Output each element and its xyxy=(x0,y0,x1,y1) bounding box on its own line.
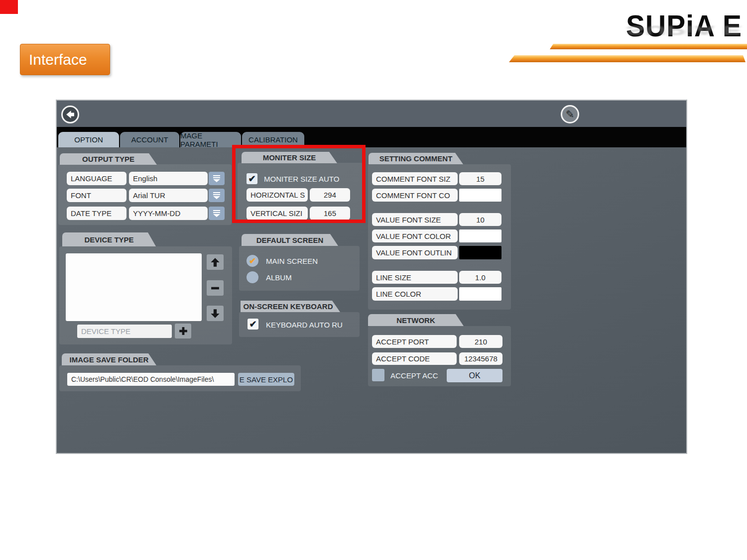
accept-acc-checkbox[interactable] xyxy=(372,369,384,381)
chevron-down-icon xyxy=(213,192,221,199)
main-screen-label: MAIN SCREEN xyxy=(266,257,351,265)
chevron-down-icon xyxy=(213,210,221,217)
add-device-button[interactable] xyxy=(175,324,191,338)
date-type-select[interactable]: YYYY-MM-DD xyxy=(129,207,208,220)
image-save-explorer-button[interactable]: E SAVE EXPLO xyxy=(238,373,294,386)
comment-font-size-value[interactable]: 15 xyxy=(459,172,501,185)
back-arrow-icon xyxy=(65,109,76,120)
tab-option[interactable]: OPTION xyxy=(58,132,119,147)
tab-label: CALIBRATION xyxy=(249,135,298,144)
language-select[interactable]: English xyxy=(129,172,208,185)
album-radio[interactable] xyxy=(247,271,258,283)
default-screen-panel xyxy=(239,246,360,291)
keyboard-auto-run-label: KEYBOARD AUTO RU xyxy=(266,321,359,329)
value-font-size-value[interactable]: 10 xyxy=(459,213,501,226)
arrow-down-icon xyxy=(210,308,221,319)
plus-icon xyxy=(178,326,189,336)
onscreen-keyboard-title: ON-SCREEN KEYBOARD xyxy=(243,302,333,311)
device-type-header: DEVICE TYPE xyxy=(62,232,156,246)
value-font-color-swatch[interactable] xyxy=(459,229,501,242)
album-label: ALBUM xyxy=(266,273,351,282)
setting-comment-header: SETTING COMMENT xyxy=(369,153,463,164)
slide-section-label: Interface xyxy=(29,51,87,68)
comment-font-color-label: COMMENT FONT CO xyxy=(372,189,458,202)
comment-font-color-swatch[interactable] xyxy=(459,189,501,202)
chevron-down-icon xyxy=(213,175,221,182)
font-label: FONT xyxy=(67,189,126,202)
arrow-up-icon xyxy=(210,257,221,268)
date-type-dropdown-button[interactable] xyxy=(209,207,225,220)
minus-icon xyxy=(210,283,221,294)
logo-underline-bottom xyxy=(509,55,746,62)
value-font-size-label: VALUE FONT SIZE xyxy=(372,213,458,226)
accept-code-value[interactable]: 12345678 xyxy=(459,352,502,365)
title-bar xyxy=(57,101,686,127)
tab-account[interactable]: ACCOUNT xyxy=(120,132,179,147)
red-corner-mark xyxy=(0,0,18,14)
network-header: NETWORK xyxy=(368,314,464,326)
value-font-outline-label: VALUE FONT OUTLIN xyxy=(372,246,458,259)
pencil-icon: ✎ xyxy=(566,109,575,120)
highlight-rectangle xyxy=(232,145,366,223)
supia-logo-reflection: SUPiA E xyxy=(573,23,742,38)
font-dropdown-button[interactable] xyxy=(209,189,225,202)
keyboard-auto-run-checkbox[interactable]: ✔ xyxy=(248,319,258,330)
tab-label: ACCOUNT xyxy=(131,135,168,144)
output-type-header: OUTPUT TYPE xyxy=(60,153,157,165)
back-button[interactable] xyxy=(61,106,79,123)
ok-button[interactable]: OK xyxy=(447,369,502,382)
default-screen-header: DEFAULT SCREEN xyxy=(242,234,338,246)
accept-code-label: ACCEPT CODE xyxy=(372,352,457,365)
app-window: ✎ OPTION ACCOUNT MAGE PARAMETI CALIBRATI… xyxy=(56,100,687,454)
main-screen-radio[interactable]: ✔ xyxy=(247,255,258,267)
language-label: LANGUAGE xyxy=(67,172,126,185)
image-save-folder-header: IMAGE SAVE FOLDER xyxy=(62,353,156,365)
accept-port-value[interactable]: 210 xyxy=(459,335,502,348)
accept-acc-label: ACCEPT ACC xyxy=(390,371,440,380)
device-type-input[interactable] xyxy=(77,325,172,338)
move-down-button[interactable] xyxy=(207,306,224,321)
slide: Interface SUPiA E SUPiA E ✎ OPTION ACCOU… xyxy=(0,0,747,560)
accept-port-label: ACCEPT PORT xyxy=(372,335,457,348)
date-type-label: DATE TYPE xyxy=(67,207,126,220)
logo-underline-top xyxy=(550,44,747,49)
font-select[interactable]: Arial TUR xyxy=(129,189,208,202)
line-color-label: LINE COLOR xyxy=(372,287,458,301)
slide-section-badge: Interface xyxy=(20,44,110,75)
remove-button[interactable] xyxy=(207,280,224,296)
check-icon: ✔ xyxy=(249,319,256,330)
check-icon: ✔ xyxy=(249,256,256,266)
language-dropdown-button[interactable] xyxy=(209,172,225,185)
comment-font-size-label: COMMENT FONT SIZ xyxy=(372,172,458,185)
line-color-swatch[interactable] xyxy=(459,287,501,301)
value-font-outline-swatch[interactable] xyxy=(459,246,501,259)
device-type-list[interactable] xyxy=(66,253,202,321)
value-font-color-label: VALUE FONT COLOR xyxy=(372,229,458,242)
tab-label: OPTION xyxy=(74,135,103,144)
line-size-value[interactable]: 1.0 xyxy=(459,271,501,284)
move-up-button[interactable] xyxy=(207,254,224,270)
edit-button[interactable]: ✎ xyxy=(561,105,579,123)
image-save-path-input[interactable] xyxy=(67,373,235,386)
onscreen-keyboard-header: ON-SCREEN KEYBOARD xyxy=(241,301,340,312)
line-size-label: LINE SIZE xyxy=(372,271,458,284)
